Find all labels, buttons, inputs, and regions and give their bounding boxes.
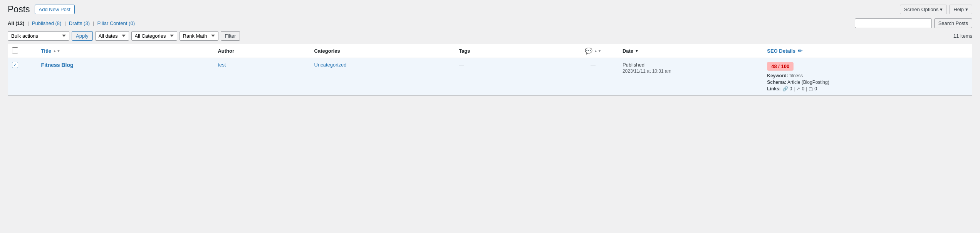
posts-table: Title ▲▼ Author Categories Tags 💬 ▲▼ — [8, 44, 972, 96]
seo-keyword-row: Keyword: fitness — [767, 73, 968, 78]
author-column-header: Author — [218, 48, 234, 54]
internal-link-count: 0 — [790, 86, 792, 92]
title-column-header: Title — [41, 48, 52, 54]
post-comments: — — [567, 58, 619, 95]
screen-options-button[interactable]: Screen Options ▾ — [900, 5, 947, 14]
seo-links-row: Links: 🔗 0 | ↗ 0 | ▢ 0 — [767, 86, 968, 92]
rank-math-filter-select[interactable]: Rank Math — [180, 31, 218, 41]
comments-icon: 💬 — [585, 47, 592, 55]
items-count: 11 items — [953, 33, 972, 39]
search-input[interactable] — [855, 18, 932, 28]
chevron-down-icon: ▾ — [965, 7, 968, 12]
apply-button[interactable]: Apply — [72, 31, 93, 41]
published-posts-link[interactable]: Published (8) — [32, 20, 62, 26]
categories-column-header: Categories — [314, 48, 340, 54]
external-link-icon: ↗ — [796, 86, 800, 92]
date-sort-link[interactable]: Date ▼ — [623, 48, 759, 54]
date-column-header: Date — [623, 48, 633, 54]
screen-options-label: Screen Options — [904, 7, 939, 12]
post-tags: — — [455, 58, 567, 95]
post-status-nav: All (12) | Published (8) | Drafts (3) | … — [8, 20, 135, 26]
bulk-actions-select[interactable]: Bulk actions Edit Move to Trash — [8, 31, 69, 41]
image-link-icon: ▢ — [809, 86, 813, 92]
search-posts-button[interactable]: Search Posts — [934, 18, 972, 28]
post-author-link[interactable]: test — [218, 62, 226, 68]
title-sort-arrows: ▲▼ — [53, 49, 60, 53]
post-title-link[interactable]: Fitness Blog — [41, 62, 74, 68]
image-link-count: 0 — [814, 86, 817, 92]
seo-score-badge: 48 / 100 — [767, 62, 794, 71]
filter-button[interactable]: Filter — [221, 31, 240, 41]
post-date-value: 2023/11/11 at 10:31 am — [623, 68, 759, 74]
external-link-count: 0 — [802, 86, 804, 92]
seo-schema-row: Schema: Article (BlogPosting) — [767, 80, 968, 85]
pillar-content-link[interactable]: Pillar Content (0) — [97, 20, 135, 26]
all-posts-link[interactable]: All (12) — [8, 20, 24, 26]
select-all-checkbox[interactable] — [12, 47, 18, 53]
seo-details-column-header: SEO Details — [767, 48, 795, 54]
chevron-down-icon: ▾ — [940, 7, 943, 12]
tags-column-header: Tags — [459, 48, 470, 54]
comments-sort-arrows: ▲▼ — [594, 49, 602, 53]
help-label: Help — [953, 7, 964, 12]
post-category-link[interactable]: Uncategorized — [314, 62, 347, 68]
table-row: ✓ Fitness Blog test Uncategorized — — Pu… — [8, 58, 972, 95]
title-sort-link[interactable]: Title ▲▼ — [41, 48, 210, 54]
categories-filter-select[interactable]: All Categories — [131, 31, 177, 41]
page-title: Posts — [8, 4, 30, 15]
date-sort-arrow: ▼ — [635, 49, 639, 53]
row-checkbox[interactable]: ✓ — [12, 62, 18, 68]
add-new-post-button[interactable]: Add New Post — [35, 5, 75, 14]
internal-link-icon: 🔗 — [782, 86, 788, 92]
dates-filter-select[interactable]: All dates — [95, 31, 129, 41]
seo-edit-icon[interactable]: ✏ — [798, 48, 802, 54]
drafts-posts-link[interactable]: Drafts (3) — [69, 20, 90, 26]
post-date-status: Published — [623, 62, 759, 68]
help-button[interactable]: Help ▾ — [949, 5, 972, 14]
